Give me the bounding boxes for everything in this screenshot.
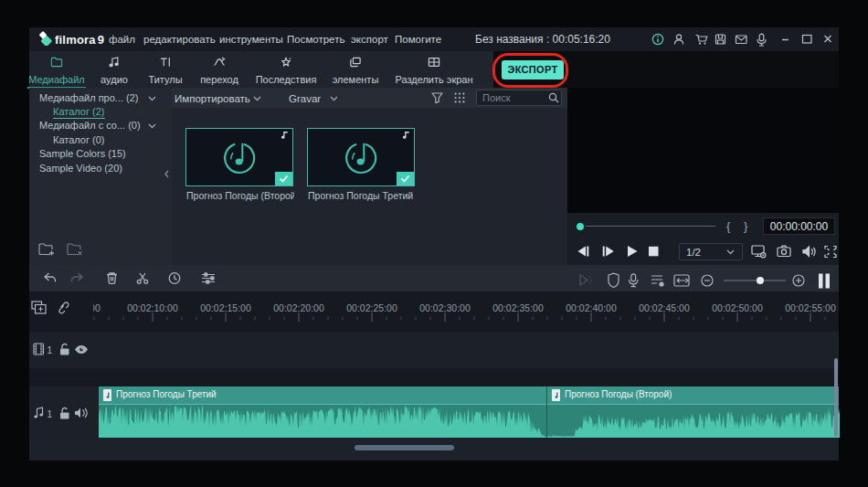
svg-text:1: 1 xyxy=(48,409,53,419)
svg-text:1: 1 xyxy=(48,345,53,355)
